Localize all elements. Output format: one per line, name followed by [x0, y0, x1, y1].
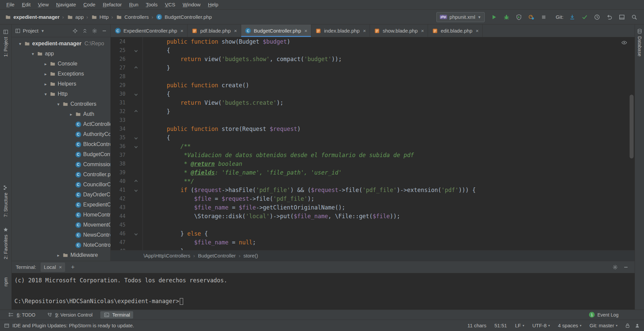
locate-file-icon[interactable]	[72, 28, 78, 34]
chevron-down-icon[interactable]: ▾	[16, 41, 24, 46]
tool-window-button-database[interactable]: Database	[635, 29, 644, 56]
code-line[interactable]: 32 }	[111, 107, 635, 116]
search-everywhere-button[interactable]	[629, 12, 639, 22]
status-widget-git-master[interactable]: Git: master▾	[590, 323, 618, 328]
tab-close-icon[interactable]: ×	[476, 28, 479, 34]
tree-item-exceptions[interactable]: ▸Exceptions	[12, 69, 110, 79]
code-line[interactable]: 34 public function store(Request $reques…	[111, 125, 635, 133]
chevron-down-icon[interactable]: ▾	[55, 102, 62, 107]
rollback-button[interactable]	[604, 12, 614, 22]
tree-item-homecontroller[interactable]: CHomeController.	[12, 210, 110, 220]
commit-button[interactable]	[580, 12, 590, 22]
code-line[interactable]: 36 /**	[111, 142, 635, 151]
fold-marker-icon[interactable]	[129, 229, 143, 238]
code-line[interactable]: 47 $file_name = null;	[111, 238, 635, 247]
status-widget-utf-8[interactable]: UTF-8▾	[532, 323, 550, 328]
tree-item-expedientcontr[interactable]: CExpedientContr	[12, 200, 110, 210]
update-project-button[interactable]	[567, 12, 577, 22]
tree-item-authoritycontro[interactable]: CAuthorityContro	[12, 129, 110, 139]
menu-item-view[interactable]: View	[34, 0, 52, 9]
tree-item-notecontroller-p[interactable]: CNoteController.p	[12, 240, 110, 250]
tool-window-button-terminal[interactable]: Terminal	[100, 311, 133, 319]
tool-window-button-structure[interactable]: 7: Structure	[0, 185, 11, 217]
code-line[interactable]: 43 $file_name = $file->getClientOriginal…	[111, 203, 635, 212]
editor-tab-show-blade-php[interactable]: show.blade.php×	[370, 25, 428, 37]
code-line[interactable]: 37 *Validacion de datos obtenidos desde …	[111, 151, 635, 159]
code-line[interactable]: 28	[111, 72, 635, 81]
editor-tab-pdf-blade-php[interactable]: pdf.blade.php×	[187, 25, 241, 37]
tree-item-auth[interactable]: ▸Auth	[12, 109, 110, 119]
run-button[interactable]	[489, 12, 499, 22]
debug-button[interactable]	[501, 12, 512, 22]
breadcrumb-controllers[interactable]: Controllers	[116, 14, 149, 20]
chevron-down-icon[interactable]: ▾	[29, 51, 37, 56]
gear-icon[interactable]	[612, 265, 618, 270]
code-line[interactable]: 44 \Storage::disk('local')->put($file_na…	[111, 212, 635, 221]
tab-close-icon[interactable]: ×	[421, 28, 424, 34]
chevron-right-icon[interactable]: ▸	[55, 253, 62, 258]
menu-item-edit[interactable]: Edit	[18, 0, 34, 9]
tree-item-app[interactable]: ▾app	[12, 49, 110, 59]
tree-item-http[interactable]: ▾Http	[12, 89, 110, 99]
tree-item-expedient-manager[interactable]: ▾expedient-managerC:\Repo	[12, 39, 110, 49]
code-line[interactable]: 26 return view('budgets.show', compact('…	[111, 55, 635, 63]
layout-button[interactable]	[617, 12, 627, 22]
chevron-right-icon[interactable]: ▸	[42, 72, 49, 77]
breadcrumb-budgetcontroller-php[interactable]: CBudgetController.php	[156, 14, 212, 20]
event-log-button[interactable]: 1 Event Log	[589, 312, 619, 318]
breadcrumb-expedient-manager[interactable]: expedient-manager	[5, 14, 60, 20]
chevron-right-icon[interactable]: ▸	[67, 112, 75, 117]
hide-panel-icon[interactable]	[102, 28, 107, 34]
tool-window-button-favorites[interactable]: 2: Favorites	[0, 227, 11, 259]
inspections-eye-icon[interactable]	[621, 40, 627, 46]
code-breadcrumb-app-http-controllers[interactable]: \App\Http\Controllers	[144, 253, 190, 258]
chevron-right-icon[interactable]: ▸	[42, 82, 49, 87]
tree-item-dayordercontro[interactable]: CDayOrderContro	[12, 190, 110, 200]
tree-item-controller-php[interactable]: CController.php	[12, 170, 110, 180]
fold-marker-icon[interactable]	[129, 186, 143, 194]
tree-item-budgetcontrolle[interactable]: CBudgetControlle	[12, 149, 110, 159]
code-line[interactable]: 41 if ($request->hasFile('pdf_file') && …	[111, 186, 635, 194]
code-line[interactable]: 29 public function create()	[111, 81, 635, 90]
code-line[interactable]: 46 } else {	[111, 229, 635, 238]
status-widget-51-51[interactable]: 51:51	[494, 323, 507, 328]
chevron-down-icon[interactable]: ▾	[42, 92, 49, 97]
tab-close-icon[interactable]: ×	[234, 28, 237, 34]
menu-item-vcs[interactable]: VCS	[161, 0, 179, 9]
fold-marker-icon[interactable]	[129, 46, 143, 55]
code-line[interactable]: 27 }	[111, 63, 635, 72]
run-config-select[interactable]: php phpunit.xml ▼	[436, 12, 485, 22]
menu-item-tools[interactable]: Tools	[142, 0, 161, 9]
close-icon[interactable]: ×	[59, 264, 62, 270]
menu-item-file[interactable]: File	[3, 0, 18, 9]
terminal-tab-local[interactable]: Local ×	[41, 263, 65, 272]
code-line[interactable]: 48 }	[111, 247, 635, 250]
tree-item-console[interactable]: ▸Console	[12, 59, 110, 69]
code-line[interactable]: 31 return View('budgets.create');	[111, 98, 635, 107]
editor[interactable]: 24 public function show(Budget $budget)2…	[111, 37, 635, 250]
code-line[interactable]: 25 {	[111, 46, 635, 55]
menu-item-help[interactable]: Help	[204, 0, 222, 9]
menu-item-code[interactable]: Code	[80, 0, 99, 9]
history-button[interactable]	[592, 12, 602, 22]
code-line[interactable]: 45	[111, 221, 635, 229]
new-terminal-tab-button[interactable]: +	[69, 264, 76, 271]
tree-item-newscontroller-p[interactable]: CNewsController.p	[12, 230, 110, 240]
hector-icon[interactable]	[635, 323, 640, 328]
code-line[interactable]: 42 $file = $request->file('pdf_file');	[111, 194, 635, 203]
tree-item-middleware[interactable]: ▸Middleware	[12, 250, 110, 260]
fold-marker-icon[interactable]	[129, 177, 143, 186]
code-line[interactable]: 40 **/	[111, 177, 635, 186]
tree-item-actcontroller-ph[interactable]: CActController.ph	[12, 119, 110, 129]
fold-marker-icon[interactable]	[129, 107, 143, 116]
code-line[interactable]: 24 public function show(Budget $budget)	[111, 37, 635, 46]
tree-item-controllers[interactable]: ▾Controllers	[12, 99, 110, 109]
code-line[interactable]: 39 * @fields: 'file_name', 'file_path', …	[111, 168, 635, 177]
profiler-button[interactable]	[526, 12, 536, 22]
chevron-right-icon[interactable]: ▸	[42, 61, 49, 66]
terminal-output[interactable]: (c) 2018 Microsoft Corporation. Todos lo…	[12, 273, 635, 310]
lock-icon[interactable]	[625, 323, 630, 328]
breadcrumb-http[interactable]: Http	[91, 14, 109, 20]
gear-icon[interactable]	[92, 28, 97, 34]
editor-tab-expedientcontroller-php[interactable]: CExpedientController.php×	[111, 25, 187, 37]
